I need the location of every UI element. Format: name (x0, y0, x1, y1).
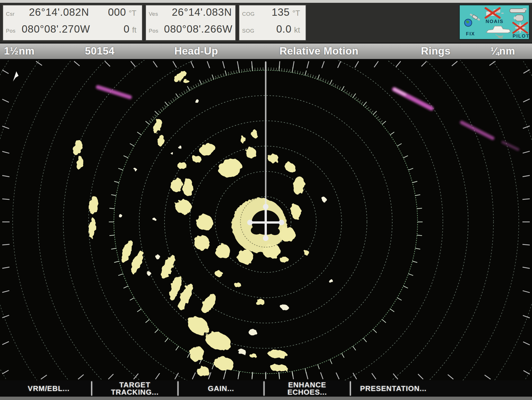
cursor-label: Csr (6, 11, 22, 17)
radar-echoes (72, 69, 333, 376)
bottom-menu-bar: VRM/EBL... TARGET TRACKING... GAIN... EN… (0, 380, 532, 397)
id-code: 50154 (85, 45, 114, 57)
radar-status-bar: 1½nm 50154 Head-Up Relative Motion Rings… (0, 43, 532, 60)
pilot-crossed-icon[interactable] (511, 22, 529, 35)
menu-enhance-echoes[interactable]: ENHANCE ECHOES... (265, 381, 350, 396)
cog-value: 135 (272, 6, 290, 18)
vessel-label: Ves (149, 11, 164, 17)
radar-display-screen: Csr 26°14'.082N 000 °T Pos 080°08'.270W … (0, 0, 532, 400)
cursor-depth-unit: ft (132, 26, 136, 35)
sog-unit: kt (294, 26, 300, 35)
cursor-bearing-unit: °T (129, 9, 136, 18)
cursor-longitude: 080°08'.270W (22, 23, 90, 35)
fix-label: FIX (466, 31, 475, 37)
cursor-latitude: 26°14'.082N (29, 6, 89, 18)
course-speed-panel: COG 135 °T SOG 0.0 kt (238, 4, 306, 41)
cog-label: COG (242, 11, 258, 17)
cursor-pos-label: Pos (6, 28, 22, 34)
menu-separator (177, 381, 179, 396)
vessel-longitude: 080°08'.266W (164, 23, 233, 35)
bezel-bottom-strip (0, 397, 532, 400)
menu-target-tracking[interactable]: TARGET TRACKING... (92, 381, 177, 396)
cog-unit: °T (292, 9, 300, 18)
satellite-fix-icon[interactable] (464, 13, 482, 28)
cursor-bearing: 000 (108, 6, 126, 18)
menu-separator (263, 381, 265, 396)
vessel-latitude: 26°14'.083N (172, 6, 232, 18)
rings-label[interactable]: Rings (421, 45, 450, 57)
radar-ppi-area[interactable] (0, 60, 532, 380)
status-icon-panel: FIX NOAIS (459, 4, 530, 40)
no-ais-icon[interactable] (483, 7, 504, 19)
pilot-label: PILOT (513, 33, 529, 39)
menu-gain[interactable]: GAIN... (179, 385, 263, 392)
cursor-data-panel: Csr 26°14'.082N 000 °T Pos 080°08'.270W … (2, 4, 143, 41)
menu-separator (91, 381, 92, 396)
cursor-depth: 0 (123, 23, 130, 35)
bezel-top-strip (0, 0, 532, 3)
vessel-pos-label: Pos (149, 28, 164, 34)
sog-label: SOG (242, 28, 258, 34)
header-bar: Csr 26°14'.082N 000 °T Pos 080°08'.270W … (0, 0, 532, 43)
rings-interval: ¼nm (490, 45, 515, 57)
motion-mode[interactable]: Relative Motion (279, 45, 359, 57)
menu-presentation[interactable]: PRESENTATION... (351, 385, 436, 392)
range-scale[interactable]: 1½nm (4, 45, 35, 57)
sog-value: 0.0 (276, 23, 292, 35)
cursor-marker (13, 71, 19, 81)
vessel-icon[interactable] (484, 23, 513, 39)
menu-vrm-ebl[interactable]: VRM/EBL... (6, 385, 91, 392)
orientation-mode[interactable]: Head-Up (174, 45, 218, 57)
menu-separator (350, 381, 351, 396)
vessel-position-panel: Ves 26°14'.083N Pos 080°08'.266W (145, 4, 236, 41)
